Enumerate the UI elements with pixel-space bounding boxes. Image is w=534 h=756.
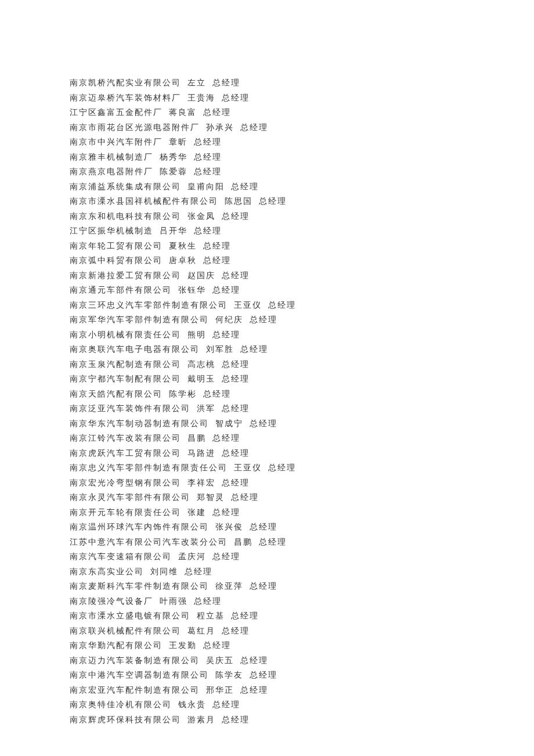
- list-item: 南京市溧水立盛电镀有限公司 程立基 总经理: [70, 609, 534, 624]
- list-item: 南京陵强冷气设备厂 叶雨强 总经理: [70, 594, 534, 609]
- list-item: 南京奥特佳冷机有限公司 钱永贵 总经理: [70, 697, 534, 712]
- person-name: 左立: [187, 78, 206, 87]
- person-name: 高志桃: [187, 360, 215, 369]
- list-item: 南京玉泉汽配制造有限公司 高志桃 总经理: [70, 357, 534, 372]
- company-name: 南京东和机电科技有限公司: [70, 212, 181, 221]
- person-title: 总经理: [222, 715, 250, 724]
- company-name: 南京宏光冷弯型钢有限公司: [70, 478, 181, 487]
- company-name: 南京中港汽车空调器制造有限公司: [70, 671, 209, 679]
- person-title: 总经理: [222, 93, 250, 102]
- company-name: 南京泛亚汽车装饰件有限公司: [70, 404, 190, 413]
- list-item: 南京军华汽车零部件制造有限公司 何纪庆 总经理: [70, 312, 534, 327]
- company-name: 南京东高实业公司: [70, 567, 144, 576]
- person-title: 总经理: [203, 641, 231, 650]
- person-name: 唐卓秋: [169, 256, 197, 265]
- person-title: 总经理: [222, 449, 250, 458]
- list-item: 南京新港拉爱工贸有限公司 赵国庆 总经理: [70, 268, 534, 283]
- person-name: 戴明玉: [187, 375, 215, 383]
- person-name: 熊明: [187, 330, 206, 339]
- person-name: 杨秀华: [160, 153, 187, 161]
- person-title: 总经理: [203, 242, 231, 250]
- person-title: 总经理: [259, 197, 287, 206]
- list-item: 南京浦益系统集成有限公司 皇甫向阳 总经理: [70, 179, 534, 195]
- person-name: 昌鹏: [234, 538, 252, 546]
- person-name: 游素月: [187, 715, 215, 724]
- list-item: 南京燕京电器附件厂 陈爱蓉 总经理: [70, 164, 534, 179]
- company-name: 南京华勤汽配有限公司: [70, 641, 163, 650]
- list-item: 南京江铃汽车改装有限公司 昌鹏 总经理: [70, 431, 534, 446]
- person-title: 总经理: [259, 538, 287, 546]
- list-item: 南京东和机电科技有限公司 张金凤 总经理: [70, 209, 534, 224]
- person-title: 总经理: [212, 78, 240, 87]
- company-name: 南京小明机械有限责任公司: [70, 330, 181, 339]
- company-name: 南京宏亚汽车配件制造有限公司: [70, 686, 200, 694]
- person-name: 王亚仪: [234, 463, 262, 472]
- company-name: 南京迈皋桥汽车装饰材料厂: [70, 93, 181, 102]
- person-title: 总经理: [222, 212, 250, 221]
- person-title: 总经理: [222, 375, 250, 383]
- company-name: 南京通元车部件有限公司: [70, 286, 172, 294]
- person-title: 总经理: [240, 123, 268, 132]
- person-name: 洪军: [197, 404, 215, 413]
- company-name: 江宁区振华机械制造: [70, 226, 153, 235]
- company-name: 南京汽车变速箱有限公司: [70, 552, 172, 561]
- person-title: 总经理: [222, 271, 250, 280]
- company-name: 南京市溧水立盛电镀有限公司: [70, 611, 190, 620]
- person-title: 总经理: [222, 404, 250, 413]
- list-item: 南京雅丰机械制造厂 杨秀华 总经理: [70, 150, 534, 165]
- list-item: 南京虎跃汽车工贸有限公司 马路进 总经理: [70, 446, 534, 461]
- company-name: 江宁区鑫富五金配件厂: [70, 108, 163, 117]
- person-name: 张建: [187, 508, 206, 517]
- list-item: 南京天皓汽配有限公司 陈学彬 总经理: [70, 387, 534, 402]
- person-name: 蒋良富: [169, 108, 197, 117]
- person-name: 张兴俊: [215, 523, 243, 531]
- person-title: 总经理: [203, 256, 231, 265]
- person-name: 智成宁: [215, 419, 243, 428]
- company-name: 南京凯桥汽配实业有限公司: [70, 78, 181, 87]
- person-title: 总经理: [231, 182, 259, 191]
- person-title: 总经理: [240, 345, 268, 354]
- person-title: 总经理: [268, 463, 296, 472]
- company-name: 南京辉虎环保科技有限公司: [70, 715, 181, 724]
- list-item: 南京麦斯科汽车零件制造有限公司 徐亚萍 总经理: [70, 579, 534, 594]
- company-name: 南京虎跃汽车工贸有限公司: [70, 449, 181, 458]
- person-name: 郑智灵: [197, 493, 225, 502]
- person-title: 总经理: [231, 611, 259, 620]
- list-item: 南京宏光冷弯型钢有限公司 李祥宏 总经理: [70, 476, 534, 491]
- list-item: 南京辉虎环保科技有限公司 游素月 总经理: [70, 712, 534, 728]
- person-name: 吴庆五: [206, 656, 234, 665]
- person-name: 陈思国: [225, 197, 252, 206]
- person-name: 张钰华: [178, 286, 206, 294]
- person-name: 徐亚萍: [215, 582, 243, 591]
- person-title: 总经理: [250, 523, 277, 531]
- person-title: 总经理: [212, 700, 240, 709]
- person-name: 刘军胜: [206, 345, 234, 354]
- list-item: 南京泛亚汽车装饰件有限公司 洪军 总经理: [70, 401, 534, 416]
- company-name: 南京奥联汽车电子电器有限公司: [70, 345, 200, 354]
- person-title: 总经理: [268, 301, 296, 309]
- person-name: 李祥宏: [187, 478, 215, 487]
- person-name: 孙承兴: [206, 123, 234, 132]
- company-name: 南京华东汽车制动器制造有限公司: [70, 419, 209, 428]
- company-name: 南京市雨花台区光源电器附件厂: [70, 123, 200, 132]
- person-title: 总经理: [250, 315, 277, 324]
- person-name: 赵国庆: [187, 271, 215, 280]
- list-item: 南京华勤汽配有限公司 王发勤 总经理: [70, 638, 534, 653]
- list-item: 南京华东汽车制动器制造有限公司 智成宁 总经理: [70, 416, 534, 431]
- person-title: 总经理: [203, 390, 231, 398]
- list-item: 南京弧中科贸有限公司 唐卓秋 总经理: [70, 253, 534, 268]
- company-name: 南京迈力汽车装备制造有限公司: [70, 656, 200, 665]
- list-item: 南京奥联汽车电子电器有限公司 刘军胜 总经理: [70, 342, 534, 357]
- company-name: 南京开元车轮有限责任公司: [70, 508, 181, 517]
- person-name: 何纪庆: [215, 315, 243, 324]
- list-item: 南京小明机械有限责任公司 熊明 总经理: [70, 327, 534, 343]
- person-title: 总经理: [240, 656, 268, 665]
- person-name: 邢华正: [206, 686, 234, 694]
- person-title: 总经理: [194, 597, 222, 606]
- company-name: 南京陵强冷气设备厂: [70, 597, 153, 606]
- list-item: 江苏中意汽车有限公司汽车改装分公司 昌鹏 总经理: [70, 535, 534, 550]
- person-title: 总经理: [212, 286, 240, 294]
- company-name: 江苏中意汽车有限公司汽车改装分公司: [70, 538, 228, 546]
- person-name: 陈爱蓉: [160, 167, 187, 176]
- list-item: 南京开元车轮有限责任公司 张建 总经理: [70, 505, 534, 520]
